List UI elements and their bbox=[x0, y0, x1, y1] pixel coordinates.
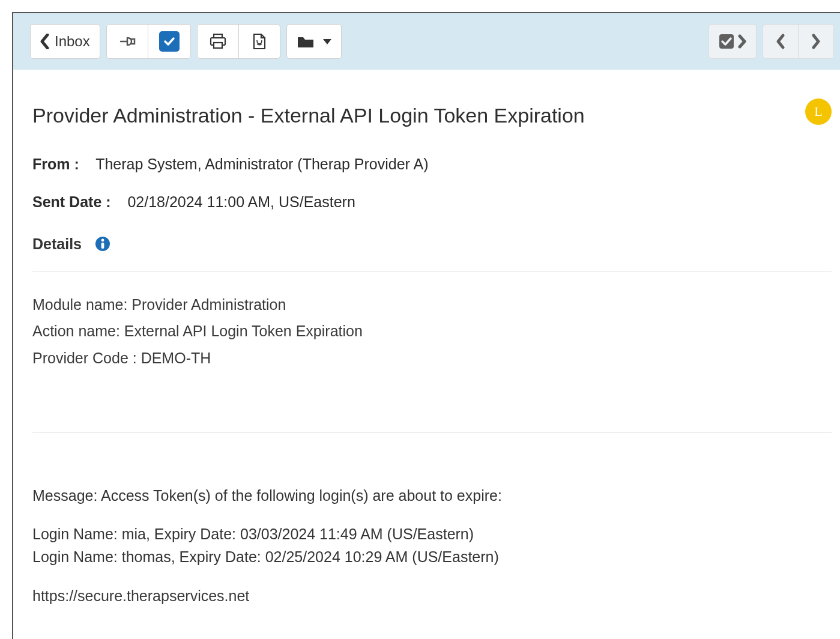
message-title: Provider Administration - External API L… bbox=[32, 101, 585, 130]
chevron-right-icon bbox=[738, 34, 746, 49]
print-button[interactable] bbox=[197, 24, 239, 59]
nav-cluster bbox=[763, 24, 834, 59]
module-line: Module name: Provider Administration bbox=[32, 294, 832, 315]
chevron-left-icon bbox=[776, 34, 785, 49]
pdf-button[interactable] bbox=[238, 24, 280, 59]
pdf-icon bbox=[252, 33, 267, 50]
svg-rect-6 bbox=[101, 243, 104, 249]
info-icon[interactable] bbox=[95, 236, 110, 252]
login-line-2: Login Name: thomas, Expiry Date: 02/25/2… bbox=[32, 546, 832, 568]
chevron-left-icon bbox=[40, 34, 50, 49]
sent-value: 02/18/2024 11:00 AM, US/Eastern bbox=[127, 193, 355, 210]
spacer bbox=[32, 455, 832, 485]
pin-check-cluster bbox=[106, 24, 191, 59]
provider-line: Provider Code : DEMO-TH bbox=[32, 347, 832, 369]
details-row: Details bbox=[32, 233, 832, 255]
inbox-button[interactable]: Inbox bbox=[30, 24, 100, 59]
mark-read-button[interactable] bbox=[148, 24, 191, 59]
check-icon bbox=[159, 31, 180, 52]
check-square-icon bbox=[719, 34, 734, 49]
divider bbox=[32, 432, 832, 433]
action-line: Action name: External API Login Token Ex… bbox=[32, 320, 832, 342]
message-intro: Message: Access Token(s) of the followin… bbox=[32, 485, 832, 506]
message-url: https://secure.therapservices.net bbox=[32, 585, 832, 607]
toolbar-left: Inbox bbox=[30, 24, 342, 59]
pin-button[interactable] bbox=[106, 24, 148, 59]
details-label: Details bbox=[32, 233, 82, 255]
spacer bbox=[32, 374, 832, 416]
login-line-1: Login Name: mia, Expiry Date: 03/03/2024… bbox=[32, 523, 832, 545]
from-value: Therap System, Administrator (Therap Pro… bbox=[95, 156, 428, 172]
divider bbox=[32, 271, 832, 272]
print-icon bbox=[210, 34, 226, 49]
inbox-label: Inbox bbox=[55, 33, 90, 50]
sent-row: Sent Date : 02/18/2024 11:00 AM, US/East… bbox=[32, 191, 832, 213]
from-row: From : Therap System, Administrator (The… bbox=[32, 153, 832, 175]
pin-icon bbox=[118, 34, 136, 49]
prev-button[interactable] bbox=[763, 24, 799, 59]
print-pdf-cluster bbox=[197, 24, 280, 59]
toolbar-right bbox=[709, 24, 834, 59]
next-button[interactable] bbox=[798, 24, 834, 59]
message-content: Provider Administration - External API L… bbox=[13, 70, 840, 639]
caret-down-icon bbox=[323, 39, 331, 44]
svg-point-5 bbox=[101, 239, 104, 242]
chevron-right-icon bbox=[811, 34, 821, 49]
mark-and-next-button[interactable] bbox=[709, 24, 757, 59]
message-window: Inbox bbox=[12, 12, 840, 639]
folder-icon bbox=[297, 34, 315, 49]
sent-label: Sent Date : bbox=[32, 193, 111, 210]
priority-badge: L bbox=[805, 98, 832, 125]
from-label: From : bbox=[32, 156, 79, 172]
toolbar: Inbox bbox=[13, 13, 840, 70]
title-row: Provider Administration - External API L… bbox=[32, 88, 832, 153]
svg-rect-2 bbox=[214, 43, 222, 48]
folder-menu-button[interactable] bbox=[286, 24, 342, 59]
